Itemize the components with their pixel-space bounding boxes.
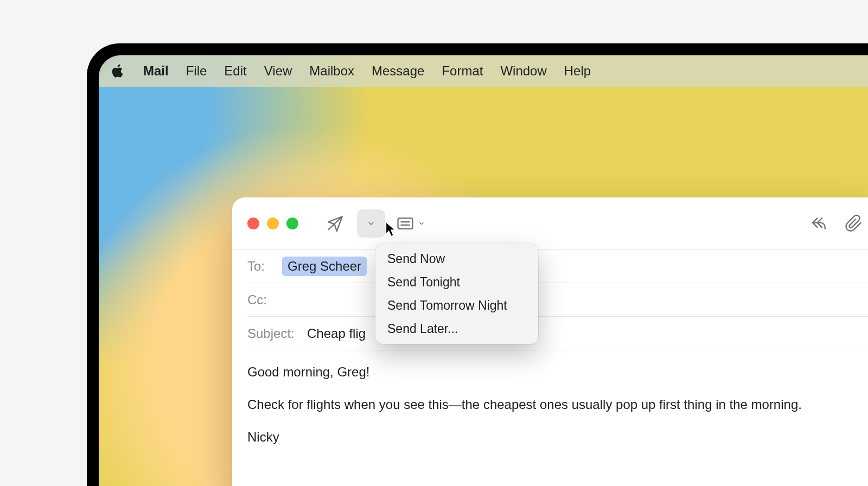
menu-item-send-now[interactable]: Send Now (375, 247, 538, 271)
menubar-item-help[interactable]: Help (564, 63, 591, 79)
to-recipient-chip[interactable]: Greg Scheer (282, 257, 367, 276)
window-controls (247, 218, 298, 229)
menubar-item-mailbox[interactable]: Mailbox (309, 63, 354, 79)
menubar: Mail File Edit View Mailbox Message Form… (99, 55, 868, 87)
cc-label: Cc: (247, 292, 282, 308)
reply-all-button[interactable] (804, 209, 832, 238)
message-body[interactable]: Good morning, Greg! Check for flights wh… (232, 350, 868, 447)
send-later-menu: Send Now Send Tonight Send Tomorrow Nigh… (375, 244, 538, 344)
body-signoff: Nicky (247, 427, 868, 447)
compose-titlebar (232, 197, 868, 250)
menu-item-send-tonight[interactable]: Send Tonight (375, 271, 538, 294)
subject-field-row[interactable]: Subject: Cheap flig (247, 317, 868, 350)
desktop: Mail File Edit View Mailbox Message Form… (99, 55, 868, 486)
menubar-item-message[interactable]: Message (372, 63, 424, 79)
menubar-app-name[interactable]: Mail (143, 63, 169, 79)
menubar-item-file[interactable]: File (186, 63, 207, 79)
body-line: Good morning, Greg! (247, 362, 868, 382)
header-fields-button[interactable] (393, 209, 429, 238)
svg-rect-0 (398, 218, 413, 229)
attach-button[interactable] (840, 209, 868, 238)
send-button[interactable] (321, 209, 349, 238)
menu-item-send-later[interactable]: Send Later... (375, 317, 538, 341)
menubar-item-format[interactable]: Format (442, 63, 483, 79)
compose-window: To: Greg Scheer Cc: Subject: Cheap flig … (232, 197, 868, 486)
to-field-row[interactable]: To: Greg Scheer (247, 250, 868, 283)
menu-item-send-tomorrow-night[interactable]: Send Tomorrow Night (375, 294, 538, 317)
subject-value[interactable]: Cheap flig (307, 326, 366, 341)
menubar-item-window[interactable]: Window (500, 63, 546, 79)
apple-icon[interactable] (112, 64, 126, 78)
menubar-item-edit[interactable]: Edit (224, 63, 246, 79)
close-button[interactable] (247, 218, 259, 229)
send-later-dropdown-button[interactable] (357, 209, 385, 238)
to-label: To: (247, 259, 282, 274)
minimize-button[interactable] (267, 218, 279, 229)
cc-field-row[interactable]: Cc: (247, 283, 868, 317)
menubar-item-view[interactable]: View (264, 63, 292, 79)
subject-label: Subject: (247, 326, 307, 341)
body-line: Check for flights when you see this—the … (247, 395, 868, 414)
device-frame: Mail File Edit View Mailbox Message Form… (87, 43, 868, 486)
zoom-button[interactable] (286, 218, 298, 229)
